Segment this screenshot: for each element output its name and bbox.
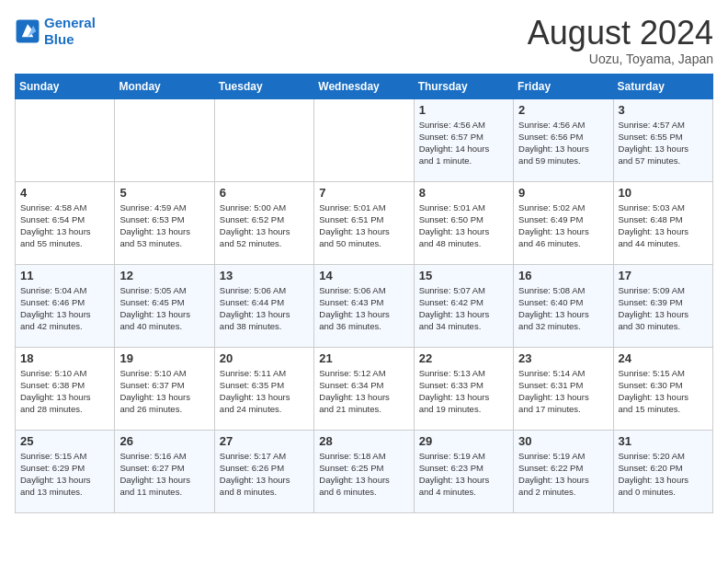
day-info: Sunrise: 5:17 AM Sunset: 6:26 PM Dayligh…: [220, 450, 309, 499]
calendar-cell: 27Sunrise: 5:17 AM Sunset: 6:26 PM Dayli…: [214, 430, 313, 512]
day-number: 26: [119, 434, 209, 448]
day-number: 12: [119, 269, 209, 282]
day-info: Sunrise: 5:09 AM Sunset: 6:39 PM Dayligh…: [619, 284, 708, 333]
calendar-cell: 14Sunrise: 5:06 AM Sunset: 6:43 PM Dayli…: [314, 264, 414, 347]
calendar-cell: 19Sunrise: 5:10 AM Sunset: 6:37 PM Dayli…: [115, 347, 214, 430]
calendar-cell: 2Sunrise: 4:56 AM Sunset: 6:56 PM Daylig…: [514, 98, 613, 181]
day-number: 2: [518, 103, 608, 117]
day-info: Sunrise: 5:08 AM Sunset: 6:40 PM Dayligh…: [518, 284, 608, 333]
day-number: 13: [220, 269, 309, 282]
day-info: Sunrise: 5:03 AM Sunset: 6:48 PM Dayligh…: [619, 201, 708, 250]
calendar-cell: 31Sunrise: 5:20 AM Sunset: 6:20 PM Dayli…: [613, 430, 712, 512]
day-info: Sunrise: 5:00 AM Sunset: 6:52 PM Dayligh…: [220, 201, 309, 250]
calendar-cell: 25Sunrise: 5:15 AM Sunset: 6:29 PM Dayli…: [16, 430, 115, 512]
day-number: 23: [518, 351, 608, 365]
calendar-cell: 15Sunrise: 5:07 AM Sunset: 6:42 PM Dayli…: [414, 264, 513, 347]
day-number: 20: [220, 351, 309, 365]
day-info: Sunrise: 5:20 AM Sunset: 6:20 PM Dayligh…: [619, 450, 708, 499]
day-number: 5: [119, 186, 209, 200]
calendar-cell: 11Sunrise: 5:04 AM Sunset: 6:46 PM Dayli…: [16, 264, 115, 347]
calendar-cell: [214, 98, 313, 181]
calendar-cell: 13Sunrise: 5:06 AM Sunset: 6:44 PM Dayli…: [214, 264, 313, 347]
day-number: 29: [419, 434, 508, 448]
week-row-1: 1Sunrise: 4:56 AM Sunset: 6:57 PM Daylig…: [16, 98, 713, 181]
logo: General Blue: [15, 15, 96, 48]
calendar-cell: 20Sunrise: 5:11 AM Sunset: 6:35 PM Dayli…: [214, 347, 313, 430]
calendar-cell: 5Sunrise: 4:59 AM Sunset: 6:53 PM Daylig…: [115, 181, 214, 264]
day-info: Sunrise: 5:12 AM Sunset: 6:34 PM Dayligh…: [319, 367, 408, 416]
calendar-cell: 24Sunrise: 5:15 AM Sunset: 6:30 PM Dayli…: [613, 347, 712, 430]
calendar-cell: 10Sunrise: 5:03 AM Sunset: 6:48 PM Dayli…: [613, 181, 712, 264]
day-info: Sunrise: 5:15 AM Sunset: 6:29 PM Dayligh…: [20, 450, 109, 499]
day-number: 30: [518, 434, 608, 448]
day-info: Sunrise: 5:01 AM Sunset: 6:50 PM Dayligh…: [419, 201, 508, 250]
calendar-cell: 26Sunrise: 5:16 AM Sunset: 6:27 PM Dayli…: [115, 430, 214, 512]
day-info: Sunrise: 5:11 AM Sunset: 6:35 PM Dayligh…: [220, 367, 309, 416]
calendar-cell: 7Sunrise: 5:01 AM Sunset: 6:51 PM Daylig…: [314, 181, 414, 264]
day-info: Sunrise: 5:04 AM Sunset: 6:46 PM Dayligh…: [20, 284, 109, 333]
calendar-cell: [16, 98, 115, 181]
logo-line2: Blue: [44, 31, 74, 47]
day-number: 10: [619, 186, 708, 200]
page-header: General Blue August 2024 Uozu, Toyama, J…: [15, 15, 713, 66]
day-number: 15: [419, 269, 508, 282]
day-number: 3: [619, 103, 708, 117]
weekday-header-tuesday: Tuesday: [214, 74, 313, 98]
week-row-5: 25Sunrise: 5:15 AM Sunset: 6:29 PM Dayli…: [16, 430, 713, 512]
calendar-cell: 23Sunrise: 5:14 AM Sunset: 6:31 PM Dayli…: [514, 347, 613, 430]
day-info: Sunrise: 5:14 AM Sunset: 6:31 PM Dayligh…: [518, 367, 608, 416]
weekday-header-friday: Friday: [514, 74, 613, 98]
calendar-cell: [115, 98, 214, 181]
day-info: Sunrise: 5:01 AM Sunset: 6:51 PM Dayligh…: [319, 201, 408, 250]
day-number: 25: [20, 434, 109, 448]
week-row-2: 4Sunrise: 4:58 AM Sunset: 6:54 PM Daylig…: [16, 181, 713, 264]
weekday-header-sunday: Sunday: [16, 74, 115, 98]
day-info: Sunrise: 5:10 AM Sunset: 6:38 PM Dayligh…: [20, 367, 109, 416]
weekday-header-saturday: Saturday: [613, 74, 712, 98]
day-info: Sunrise: 5:02 AM Sunset: 6:49 PM Dayligh…: [518, 201, 608, 250]
day-info: Sunrise: 5:19 AM Sunset: 6:22 PM Dayligh…: [518, 450, 608, 499]
day-number: 24: [619, 351, 708, 365]
calendar-cell: 29Sunrise: 5:19 AM Sunset: 6:23 PM Dayli…: [414, 430, 513, 512]
calendar-cell: 3Sunrise: 4:57 AM Sunset: 6:55 PM Daylig…: [613, 98, 712, 181]
calendar-cell: 16Sunrise: 5:08 AM Sunset: 6:40 PM Dayli…: [514, 264, 613, 347]
day-info: Sunrise: 5:13 AM Sunset: 6:33 PM Dayligh…: [419, 367, 508, 416]
day-number: 28: [319, 434, 408, 448]
calendar-cell: 17Sunrise: 5:09 AM Sunset: 6:39 PM Dayli…: [613, 264, 712, 347]
calendar-cell: 12Sunrise: 5:05 AM Sunset: 6:45 PM Dayli…: [115, 264, 214, 347]
day-info: Sunrise: 5:19 AM Sunset: 6:23 PM Dayligh…: [419, 450, 508, 499]
day-number: 31: [619, 434, 708, 448]
day-info: Sunrise: 5:15 AM Sunset: 6:30 PM Dayligh…: [619, 367, 708, 416]
day-info: Sunrise: 5:18 AM Sunset: 6:25 PM Dayligh…: [319, 450, 408, 499]
day-number: 6: [220, 186, 309, 200]
calendar-cell: 22Sunrise: 5:13 AM Sunset: 6:33 PM Dayli…: [414, 347, 513, 430]
day-info: Sunrise: 5:06 AM Sunset: 6:43 PM Dayligh…: [319, 284, 408, 333]
calendar-cell: 8Sunrise: 5:01 AM Sunset: 6:50 PM Daylig…: [414, 181, 513, 264]
weekday-header-wednesday: Wednesday: [314, 74, 414, 98]
day-info: Sunrise: 4:56 AM Sunset: 6:57 PM Dayligh…: [419, 119, 508, 167]
calendar-cell: 30Sunrise: 5:19 AM Sunset: 6:22 PM Dayli…: [514, 430, 613, 512]
day-number: 22: [419, 351, 508, 365]
week-row-3: 11Sunrise: 5:04 AM Sunset: 6:46 PM Dayli…: [16, 264, 713, 347]
logo-line1: General: [44, 15, 96, 30]
calendar-cell: 18Sunrise: 5:10 AM Sunset: 6:38 PM Dayli…: [16, 347, 115, 430]
day-number: 7: [319, 186, 408, 200]
day-number: 8: [419, 186, 508, 200]
logo-icon: [15, 18, 40, 44]
day-info: Sunrise: 5:07 AM Sunset: 6:42 PM Dayligh…: [419, 284, 508, 333]
month-title: August 2024: [528, 15, 713, 52]
week-row-4: 18Sunrise: 5:10 AM Sunset: 6:38 PM Dayli…: [16, 347, 713, 430]
calendar-cell: [314, 98, 414, 181]
day-info: Sunrise: 4:58 AM Sunset: 6:54 PM Dayligh…: [20, 201, 109, 250]
day-info: Sunrise: 5:16 AM Sunset: 6:27 PM Dayligh…: [119, 450, 209, 499]
calendar-cell: 21Sunrise: 5:12 AM Sunset: 6:34 PM Dayli…: [314, 347, 414, 430]
day-info: Sunrise: 5:06 AM Sunset: 6:44 PM Dayligh…: [220, 284, 309, 333]
calendar-cell: 6Sunrise: 5:00 AM Sunset: 6:52 PM Daylig…: [214, 181, 313, 264]
day-number: 16: [518, 269, 608, 282]
day-number: 4: [20, 186, 109, 200]
location: Uozu, Toyama, Japan: [528, 52, 713, 66]
calendar-cell: 4Sunrise: 4:58 AM Sunset: 6:54 PM Daylig…: [16, 181, 115, 264]
calendar-cell: 9Sunrise: 5:02 AM Sunset: 6:49 PM Daylig…: [514, 181, 613, 264]
calendar-cell: 28Sunrise: 5:18 AM Sunset: 6:25 PM Dayli…: [314, 430, 414, 512]
calendar-table: SundayMondayTuesdayWednesdayThursdayFrid…: [15, 74, 713, 513]
